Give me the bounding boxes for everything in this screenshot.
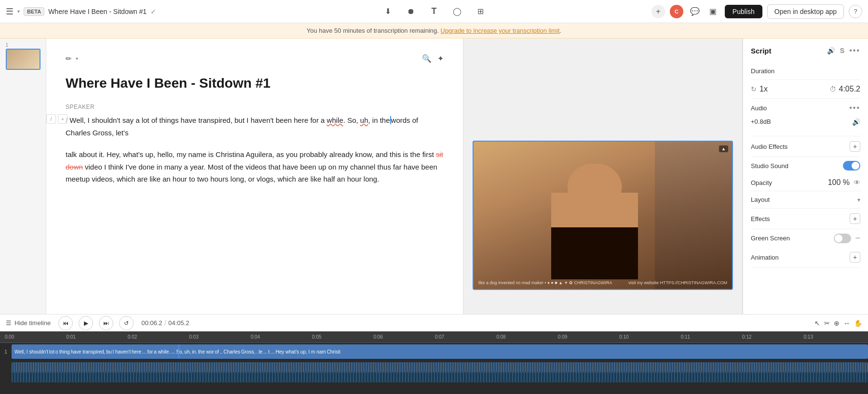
underlined-word-while: while	[327, 116, 343, 124]
playhead[interactable]	[178, 344, 179, 359]
transcript-text-2[interactable]: talk about it. Hey, what's up, hello, my…	[66, 148, 444, 185]
track-word-ellipsis2: ...	[171, 349, 175, 355]
blade-icon[interactable]: ✂	[824, 319, 830, 327]
panel-more-icon[interactable]: •••	[849, 46, 860, 55]
effects-add-button[interactable]: +	[850, 213, 860, 224]
layout-chevron-icon[interactable]: ▾	[857, 197, 860, 203]
opacity-row: Opacity 100 % 👁	[751, 174, 860, 191]
paragraph-slash-button[interactable]: /	[46, 114, 56, 124]
duration-values: ↻ 1x ⏱ 4:05.2	[751, 80, 860, 99]
help-button[interactable]: ?	[849, 5, 862, 18]
beta-badge: BETA	[24, 7, 44, 16]
skip-forward-button[interactable]: ⏭	[99, 316, 113, 330]
duration-time: 4:05.2	[839, 85, 860, 93]
slide-thumbnail-1[interactable]: 1	[6, 42, 41, 70]
effects-label: Effects	[751, 215, 770, 223]
grid-icon[interactable]: ⊞	[474, 5, 487, 18]
audio-track-spacer	[0, 360, 12, 371]
track-word-transpired: have transpired,	[71, 349, 106, 355]
pencil-icon[interactable]: ✏	[66, 54, 72, 63]
hide-timeline-button[interactable]: ☰ Hide timeline	[6, 319, 51, 327]
open-desktop-button[interactable]: Open in desktop app	[767, 4, 844, 19]
zoom-icon[interactable]: ⊕	[834, 319, 840, 327]
visibility-icon[interactable]: 👁	[854, 179, 860, 186]
track-word-ellipsis3: ...	[263, 349, 267, 355]
search-icon[interactable]: 🔍	[422, 54, 432, 63]
animation-add-button[interactable]: +	[850, 252, 860, 263]
hand-icon[interactable]: ✋	[854, 319, 862, 327]
play-pause-button[interactable]: ▶	[79, 316, 93, 330]
bookshelf-bg	[655, 142, 732, 289]
ruler-mark-7: 0:07	[434, 334, 495, 340]
studio-sound-label: Studio Sound	[751, 162, 788, 170]
add-collaborator-button[interactable]: +	[651, 5, 665, 18]
magic-wand-icon[interactable]: ✦	[437, 54, 444, 63]
layout-section[interactable]: Layout ▾	[751, 191, 860, 209]
transcript-paragraph-2: talk about it. Hey, what's up, hello, my…	[66, 148, 444, 185]
studio-sound-toggle[interactable]	[843, 161, 860, 171]
track-word-well: Well, I shouldn't	[14, 349, 48, 355]
transcript-track: 1 Well, I shouldn't lot o thing have tra…	[0, 344, 868, 359]
download-icon[interactable]: ⬇	[381, 5, 394, 18]
video-container[interactable]: like a dog invented no mad maker • ♦ ● ■…	[473, 141, 733, 290]
topbar-center-icons: ⬇ ⏺ T ◯ ⊞	[381, 5, 487, 18]
paragraph-add-button[interactable]: +	[58, 114, 68, 124]
transcript-text-1[interactable]: / Well, I shouldn't say a lot of things …	[66, 114, 444, 139]
audio-effects-label: Audio Effects	[751, 143, 787, 150]
paragraph-tools: / +	[46, 114, 68, 124]
ruler-mark-9: 0:09	[557, 334, 618, 340]
volume-icon[interactable]: 🔊	[852, 118, 860, 126]
panel-audio-icon[interactable]: 🔊	[827, 47, 835, 54]
rate-icon: ↻	[751, 85, 757, 93]
audio-effects-add-button[interactable]: +	[850, 141, 860, 152]
record-icon[interactable]: ⏺	[404, 5, 418, 18]
editor-mode-chevron-icon[interactable]: ▾	[76, 56, 78, 61]
opacity-value[interactable]: 100 %	[828, 178, 850, 187]
track-content[interactable]: Well, I shouldn't lot o thing have trans…	[12, 344, 868, 359]
ruler-mark-2: 0:02	[127, 334, 188, 340]
topbar-chevron-icon[interactable]: ▾	[17, 9, 20, 14]
ruler-mark-12: 0:12	[741, 334, 802, 340]
track-word-dot3: .	[256, 349, 258, 355]
ruler-mark-6: 0:06	[373, 334, 434, 340]
timeline-ruler: 0:00 0:01 0:02 0:03 0:04 0:05 0:06 0:07 …	[0, 331, 868, 343]
time-display: 00:06.2 / 04:05.2	[141, 319, 189, 328]
hide-timeline-label: Hide timeline	[14, 319, 51, 327]
pointer-icon[interactable]: ↖	[814, 319, 820, 327]
studio-sound-row: Studio Sound	[751, 157, 860, 174]
fit-icon[interactable]: ↔	[843, 319, 850, 327]
text-icon[interactable]: T	[427, 5, 441, 18]
waveform-visual	[12, 362, 868, 373]
playback-controls: ⏮ ▶ ⏭ ↺	[58, 316, 134, 330]
animation-label: Animation	[751, 254, 779, 261]
person-silhouette	[551, 164, 638, 279]
green-screen-toggle[interactable]	[834, 234, 851, 243]
upgrade-link[interactable]: Upgrade to increase your transcription l…	[441, 27, 560, 34]
green-screen-remove-button[interactable]: −	[855, 233, 860, 243]
cursor-position	[390, 116, 391, 124]
skip-back-button[interactable]: ⏮	[58, 316, 73, 330]
track-word-but: bu	[106, 349, 111, 355]
comments-icon[interactable]: 💬	[688, 5, 702, 18]
hamburger-icon[interactable]: ☰	[6, 6, 14, 17]
timeline-toggle-icon: ☰	[6, 319, 12, 327]
banner-period: .	[560, 27, 562, 34]
publish-button[interactable]: Publish	[725, 5, 762, 18]
playback-rate[interactable]: 1x	[760, 85, 768, 93]
topbar-left: ☰ ▾ BETA Where Have I Been - Sitdown #1 …	[6, 6, 648, 17]
loop-button[interactable]: ↺	[119, 316, 134, 330]
audio-effects-section: Audio Effects +	[751, 136, 860, 157]
speaker-label: Speaker	[66, 104, 444, 110]
track-word-gross: Gross,	[241, 349, 255, 355]
shapes-icon[interactable]: ◯	[450, 5, 464, 18]
green-screen-label: Green Screen	[751, 235, 790, 242]
track-word-christi: Christi	[327, 349, 340, 355]
track-word-thing: o thing	[55, 349, 70, 355]
panel-s-button[interactable]: S	[840, 47, 844, 54]
audio-section: Audio ••• +0.8dB 🔊	[751, 99, 860, 136]
slide-preview	[7, 50, 40, 69]
audio-more-icon[interactable]: •••	[849, 104, 860, 112]
video-preview	[474, 142, 732, 289]
ruler-mark-4: 0:04	[250, 334, 311, 340]
layout-icon[interactable]: ▣	[706, 5, 720, 18]
